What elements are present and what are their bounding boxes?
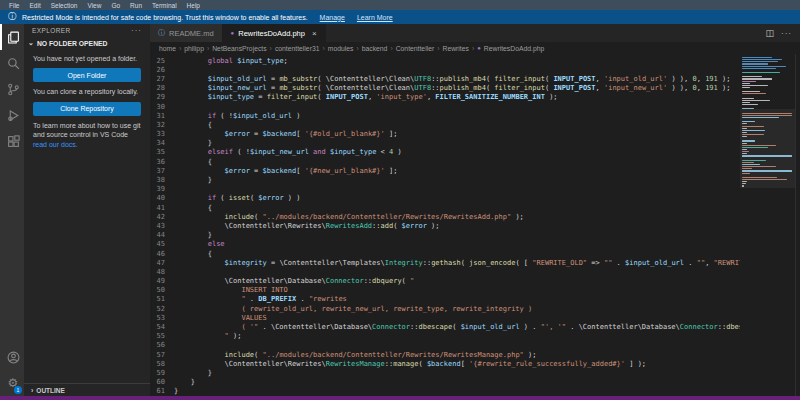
- code-line[interactable]: 41 {: [150, 203, 800, 212]
- breadcrumb-item[interactable]: Contentteller: [396, 45, 435, 52]
- section-no-folder-opened[interactable]: ⌄ NO FOLDER OPENED: [24, 37, 150, 49]
- code-line[interactable]: 39: [150, 185, 800, 194]
- breadcrumb-separator: ›: [472, 45, 474, 52]
- code-line[interactable]: 27 $input_old_url = mb_substr( \Contentt…: [150, 74, 800, 83]
- code-line[interactable]: 28 $input_new_url = mb_substr( \Contentt…: [150, 84, 800, 93]
- code-token: include: [225, 351, 255, 359]
- code-line[interactable]: 46 {: [150, 249, 800, 258]
- code-line[interactable]: 32 {: [150, 120, 800, 129]
- code-line[interactable]: 57 include( "../modules/backend/Contentt…: [150, 350, 800, 359]
- menu-item-file[interactable]: File: [4, 2, 24, 9]
- code-token: ::: [431, 84, 439, 92]
- code-token: ::: [431, 75, 439, 83]
- breadcrumb-item[interactable]: NetBeansProjects: [212, 45, 266, 52]
- more-actions-icon[interactable]: ···: [781, 29, 792, 38]
- menu-item-terminal[interactable]: Terminal: [147, 2, 182, 9]
- open-folder-button[interactable]: Open Folder: [33, 68, 141, 82]
- code-line[interactable]: 55 " );: [150, 332, 800, 341]
- code-line[interactable]: 49 \Contentteller\Database\Connector::db…: [150, 277, 800, 286]
- menu-item-run[interactable]: Run: [125, 2, 147, 9]
- code-line[interactable]: 44 }: [150, 231, 800, 240]
- read-our-docs-link[interactable]: read our docs.: [33, 141, 78, 148]
- editor-scrollbar[interactable]: [795, 54, 800, 396]
- source-control-icon[interactable]: [0, 76, 24, 102]
- code-line[interactable]: 59 }: [150, 368, 800, 377]
- no-folder-text: You have not yet opened a folder.: [33, 54, 141, 63]
- minimap-slider[interactable]: [740, 109, 795, 189]
- code-line[interactable]: 31 if ( !$input_old_url ): [150, 111, 800, 120]
- code-line[interactable]: 58 \Contentteller\Rewrites\RewritesManag…: [150, 359, 800, 368]
- explorer-icon[interactable]: [0, 24, 24, 50]
- code-line[interactable]: 45 else: [150, 240, 800, 249]
- menu-item-edit[interactable]: Edit: [24, 2, 45, 9]
- code-token: [174, 351, 225, 359]
- outline-section[interactable]: › OUTLINE: [24, 383, 150, 396]
- search-icon[interactable]: [0, 50, 24, 76]
- menu-item-go[interactable]: Go: [106, 2, 125, 9]
- code-editor[interactable]: 25 global $input_type;2627 $input_old_ur…: [150, 54, 800, 396]
- code-token: global: [208, 57, 233, 65]
- code-line[interactable]: 43 \Contentteller\Rewrites\RewritesAdd::…: [150, 221, 800, 230]
- tab-readme.md[interactable]: ⓘREADME.md: [150, 24, 223, 42]
- code-line[interactable]: 51 " . DB_PREFIX . "rewrites: [150, 295, 800, 304]
- line-number: 47: [150, 259, 174, 267]
- code-token: ) ),: [667, 84, 692, 92]
- code-token: include: [225, 213, 255, 221]
- menu-item-help[interactable]: Help: [182, 2, 205, 9]
- code-token: Connector: [326, 277, 364, 285]
- code-token: "rewrites: [309, 295, 347, 303]
- code-line[interactable]: 50 INSERT INTO: [150, 286, 800, 295]
- code-line[interactable]: 40 if ( isset( $error ) ): [150, 194, 800, 203]
- breadcrumb-item[interactable]: contentteller31: [275, 45, 320, 52]
- line-number: 58: [150, 360, 174, 368]
- code-line[interactable]: 30: [150, 102, 800, 111]
- code-line[interactable]: 33 $error = $backend[ '{#old_url_blank#}…: [150, 130, 800, 139]
- code-line[interactable]: 60 }: [150, 378, 800, 387]
- account-icon[interactable]: [0, 344, 24, 370]
- line-number: 49: [150, 277, 174, 285]
- code-line[interactable]: 26: [150, 65, 800, 74]
- code-line[interactable]: 53 VALUES: [150, 313, 800, 322]
- breadcrumb-item[interactable]: backend: [362, 45, 388, 52]
- breadcrumb-item[interactable]: RewritesDoAdd.php: [484, 45, 544, 52]
- code-line[interactable]: 42 include( "../modules/backend/Contentt…: [150, 212, 800, 221]
- manage-link[interactable]: Manage: [320, 14, 345, 21]
- close-tab-icon[interactable]: ×: [312, 29, 317, 38]
- code-line[interactable]: 36 {: [150, 157, 800, 166]
- code-token: else: [208, 240, 225, 248]
- code-line[interactable]: 34 }: [150, 139, 800, 148]
- menu-item-view[interactable]: View: [82, 2, 106, 9]
- learn-more-link[interactable]: Learn More: [357, 14, 393, 21]
- code-line[interactable]: 52 ( rewrite_old_url, rewrite_new_url, r…: [150, 304, 800, 313]
- breadcrumb-item[interactable]: Rewrites: [442, 45, 468, 52]
- code-line[interactable]: 37 $error = $backend[ '{#new_url_blank#}…: [150, 166, 800, 175]
- explorer-actions-button[interactable]: ···: [131, 26, 142, 35]
- breadcrumb-item[interactable]: modules: [328, 45, 354, 52]
- extensions-icon[interactable]: [0, 128, 24, 154]
- code-token: $input_type: [237, 57, 283, 65]
- clone-repository-button[interactable]: Clone Repository: [33, 102, 141, 116]
- code-token: }: [174, 139, 212, 147]
- code-token: ) ),: [667, 75, 692, 83]
- code-line[interactable]: 35 elseif ( !$input_new_url and $input_t…: [150, 148, 800, 157]
- minimap[interactable]: [740, 54, 795, 396]
- code-line[interactable]: 47 $integrity = \Contentteller\Templates…: [150, 258, 800, 267]
- split-editor-icon[interactable]: ◫: [765, 28, 774, 38]
- code-line[interactable]: 29 $input_type = filter_input( INPUT_POS…: [150, 93, 800, 102]
- code-token: (: [452, 323, 460, 331]
- code-line[interactable]: 54 ( '" . \Contentteller\Database\Connec…: [150, 322, 800, 331]
- code-line[interactable]: 38 }: [150, 175, 800, 184]
- breadcrumb-item[interactable]: philipp: [184, 45, 204, 52]
- code-line[interactable]: 61}: [150, 387, 800, 396]
- code-line-text: INSERT INTO: [174, 286, 288, 294]
- settings-gear-icon[interactable]: ⚙ 1: [0, 370, 24, 396]
- run-debug-icon[interactable]: [0, 102, 24, 128]
- breadcrumb-item[interactable]: home: [159, 45, 176, 52]
- code-line[interactable]: 48: [150, 267, 800, 276]
- code-line[interactable]: 56: [150, 341, 800, 350]
- tab-rewritesdoadd.php[interactable]: ●RewritesDoAdd.php×: [223, 24, 326, 42]
- code-token: [174, 75, 208, 83]
- menu-item-selection[interactable]: Selection: [46, 2, 83, 9]
- minimap-line: [742, 91, 760, 92]
- code-line[interactable]: 25 global $input_type;: [150, 56, 800, 65]
